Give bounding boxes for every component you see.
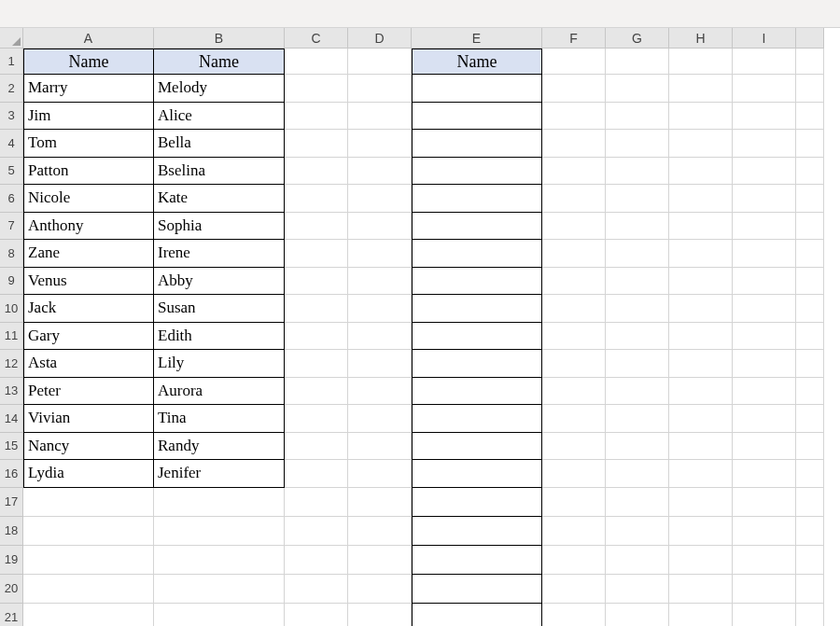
cell-i10[interactable]: [733, 295, 796, 323]
row-header-4[interactable]: 4: [0, 130, 23, 158]
cell-b15[interactable]: Randy: [154, 433, 285, 461]
cell-g20[interactable]: [606, 575, 669, 604]
cell-a1[interactable]: Name: [23, 49, 154, 75]
cell-h9[interactable]: [669, 268, 733, 296]
cell-a6[interactable]: Nicole: [23, 185, 154, 213]
cell-h20[interactable]: [669, 575, 733, 604]
cell-a21[interactable]: [23, 604, 154, 627]
cell-c21[interactable]: [285, 604, 348, 627]
cell-f19[interactable]: [542, 546, 606, 575]
cell-g4[interactable]: [606, 130, 669, 158]
cell-c7[interactable]: [285, 213, 348, 241]
cell-i19[interactable]: [733, 546, 796, 575]
cell-b1[interactable]: Name: [154, 49, 285, 75]
cell-g7[interactable]: [606, 213, 669, 241]
row-header-3[interactable]: 3: [0, 103, 23, 131]
cell-f9[interactable]: [542, 268, 606, 296]
cell-g11[interactable]: [606, 323, 669, 351]
cell-h6[interactable]: [669, 185, 733, 213]
cell-d6[interactable]: [348, 185, 412, 213]
cell-g2[interactable]: [606, 75, 669, 103]
row-header-2[interactable]: 2: [0, 75, 23, 103]
cell-g19[interactable]: [606, 546, 669, 575]
cell-a8[interactable]: Zane: [23, 240, 154, 268]
cell-g13[interactable]: [606, 378, 669, 406]
cell-d16[interactable]: [348, 460, 412, 488]
cell-h10[interactable]: [669, 295, 733, 323]
cell-e2[interactable]: [412, 75, 542, 103]
cell-d17[interactable]: [348, 488, 412, 517]
cell-rest7[interactable]: [796, 213, 824, 241]
cell-f14[interactable]: [542, 405, 606, 433]
cell-b7[interactable]: Sophia: [154, 213, 285, 241]
cell-e10[interactable]: [412, 295, 542, 323]
cell-g18[interactable]: [606, 517, 669, 546]
cell-g16[interactable]: [606, 460, 669, 488]
cell-i14[interactable]: [733, 405, 796, 433]
cell-c1[interactable]: [285, 49, 348, 75]
cell-f4[interactable]: [542, 130, 606, 158]
row-header-20[interactable]: 20: [0, 575, 23, 604]
cell-h7[interactable]: [669, 213, 733, 241]
cell-rest15[interactable]: [796, 433, 824, 461]
cell-g8[interactable]: [606, 240, 669, 268]
col-header-d[interactable]: D: [348, 28, 412, 49]
row-header-16[interactable]: 16: [0, 460, 23, 488]
cell-b8[interactable]: Irene: [154, 240, 285, 268]
cell-rest6[interactable]: [796, 185, 824, 213]
cell-rest17[interactable]: [796, 488, 824, 517]
cell-h5[interactable]: [669, 158, 733, 186]
cell-i8[interactable]: [733, 240, 796, 268]
cell-b20[interactable]: [154, 575, 285, 604]
cell-a15[interactable]: Nancy: [23, 433, 154, 461]
cell-a4[interactable]: Tom: [23, 130, 154, 158]
cell-f12[interactable]: [542, 350, 606, 378]
cell-rest5[interactable]: [796, 158, 824, 186]
cell-b14[interactable]: Tina: [154, 405, 285, 433]
cell-a10[interactable]: Jack: [23, 295, 154, 323]
cell-rest4[interactable]: [796, 130, 824, 158]
row-header-19[interactable]: 19: [0, 546, 23, 575]
cell-rest21[interactable]: [796, 604, 824, 627]
cell-f5[interactable]: [542, 158, 606, 186]
col-header-b[interactable]: B: [154, 28, 285, 49]
cell-h12[interactable]: [669, 350, 733, 378]
cell-g6[interactable]: [606, 185, 669, 213]
cell-i1[interactable]: [733, 49, 796, 75]
cell-i15[interactable]: [733, 433, 796, 461]
cell-d21[interactable]: [348, 604, 412, 627]
cell-i11[interactable]: [733, 323, 796, 351]
cell-e15[interactable]: [412, 433, 542, 461]
cell-rest3[interactable]: [796, 103, 824, 131]
cell-b2[interactable]: Melody: [154, 75, 285, 103]
cell-b11[interactable]: Edith: [154, 323, 285, 351]
cell-h3[interactable]: [669, 103, 733, 131]
cell-g3[interactable]: [606, 103, 669, 131]
cell-rest1[interactable]: [796, 49, 824, 75]
select-all-corner[interactable]: [0, 28, 23, 49]
cell-a3[interactable]: Jim: [23, 103, 154, 131]
cell-g21[interactable]: [606, 604, 669, 627]
cell-e11[interactable]: [412, 323, 542, 351]
cell-e4[interactable]: [412, 130, 542, 158]
cell-rest11[interactable]: [796, 323, 824, 351]
cell-h13[interactable]: [669, 378, 733, 406]
cell-e19[interactable]: [412, 546, 542, 575]
cell-d4[interactable]: [348, 130, 412, 158]
cell-g15[interactable]: [606, 433, 669, 461]
cell-i9[interactable]: [733, 268, 796, 296]
cell-a5[interactable]: Patton: [23, 158, 154, 186]
cell-f17[interactable]: [542, 488, 606, 517]
cell-f21[interactable]: [542, 604, 606, 627]
cell-f1[interactable]: [542, 49, 606, 75]
col-header-e[interactable]: E: [412, 28, 542, 49]
cell-h21[interactable]: [669, 604, 733, 627]
cell-b10[interactable]: Susan: [154, 295, 285, 323]
cell-f13[interactable]: [542, 378, 606, 406]
row-header-21[interactable]: 21: [0, 604, 23, 627]
cell-i3[interactable]: [733, 103, 796, 131]
cell-b21[interactable]: [154, 604, 285, 627]
cell-d10[interactable]: [348, 295, 412, 323]
row-header-18[interactable]: 18: [0, 517, 23, 546]
cell-d1[interactable]: [348, 49, 412, 75]
